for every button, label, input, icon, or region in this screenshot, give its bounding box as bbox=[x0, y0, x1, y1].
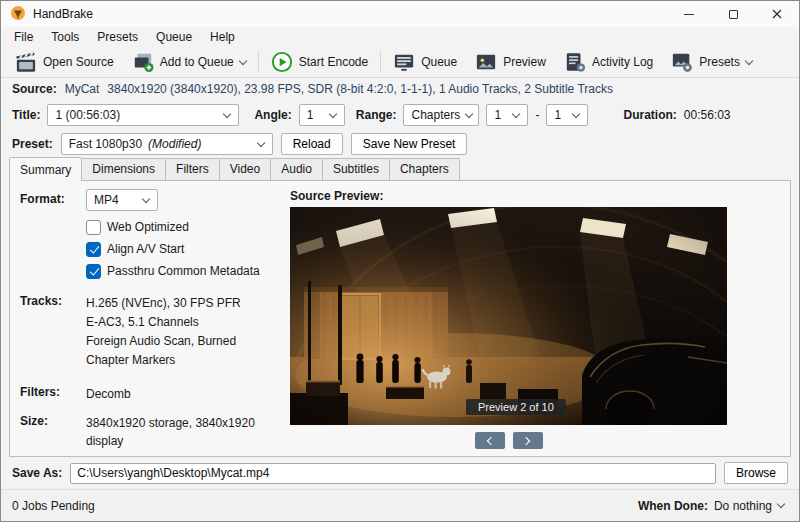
minimize-icon bbox=[684, 14, 694, 15]
tab-subtitles[interactable]: Subtitles bbox=[322, 158, 390, 180]
toolbar: Open Source Add to Queue Start Encode Qu… bbox=[1, 47, 799, 78]
preview-navigation bbox=[290, 432, 727, 449]
queue-icon bbox=[393, 52, 415, 73]
checkbox-web-optimized[interactable]: Web Optimized bbox=[86, 219, 276, 235]
preview-counter-badge: Preview 2 of 10 bbox=[466, 399, 566, 415]
close-icon bbox=[772, 9, 782, 19]
previous-preview-button[interactable] bbox=[475, 432, 505, 449]
tab-dimensions[interactable]: Dimensions bbox=[81, 158, 166, 180]
source-details: 3840x1920 (3840x1920), 23.98 FPS, SDR (8… bbox=[107, 82, 613, 96]
activity-log-icon bbox=[564, 52, 586, 73]
angle-select[interactable]: 1 bbox=[299, 104, 345, 126]
duration-value: 00:56:03 bbox=[684, 108, 731, 122]
handbrake-window: HandBrake File Tools Presets Queue Help … bbox=[0, 0, 800, 522]
queue-label: Queue bbox=[421, 55, 457, 69]
menu-queue[interactable]: Queue bbox=[147, 28, 201, 46]
passthru-metadata-label: Passthru Common Metadata bbox=[107, 264, 260, 278]
range-start-value: 1 bbox=[494, 108, 501, 122]
source-info-row: Source: MyCat 3840x1920 (3840x1920), 23.… bbox=[1, 78, 799, 100]
open-source-label: Open Source bbox=[43, 55, 114, 69]
save-as-input[interactable] bbox=[70, 463, 716, 484]
range-start-select[interactable]: 1 bbox=[486, 104, 528, 126]
presets-label: Presets bbox=[699, 55, 740, 69]
menu-presets[interactable]: Presets bbox=[88, 28, 147, 46]
start-encode-button[interactable]: Start Encode bbox=[262, 48, 377, 76]
queue-button[interactable]: Queue bbox=[384, 48, 466, 76]
preset-row: Preset: Fast 1080p30 (Modified) Reload S… bbox=[1, 130, 799, 158]
web-optimized-checkbox[interactable] bbox=[86, 220, 101, 235]
close-button[interactable] bbox=[755, 1, 799, 27]
add-to-queue-label: Add to Queue bbox=[160, 55, 234, 69]
preset-select[interactable]: Fast 1080p30 (Modified) bbox=[61, 133, 273, 155]
menu-tools[interactable]: Tools bbox=[42, 28, 88, 46]
tracks-label: Tracks: bbox=[20, 291, 86, 308]
menu-file[interactable]: File bbox=[5, 28, 42, 46]
preview-column: Source Preview: bbox=[290, 189, 780, 448]
source-label: Source: bbox=[12, 82, 57, 96]
filters-label: Filters: bbox=[20, 382, 86, 399]
range-type-select[interactable]: Chapters bbox=[403, 104, 479, 126]
browse-button[interactable]: Browse bbox=[724, 462, 788, 484]
menu-bar: File Tools Presets Queue Help bbox=[1, 27, 799, 47]
when-done-dropdown[interactable]: When Done: Do nothing bbox=[634, 496, 788, 516]
maximize-button[interactable] bbox=[711, 1, 755, 27]
presets-button[interactable]: Presets bbox=[662, 48, 761, 76]
maximize-icon bbox=[729, 10, 738, 19]
range-end-select[interactable]: 1 bbox=[546, 104, 588, 126]
add-to-queue-button[interactable]: Add to Queue bbox=[123, 48, 255, 76]
reload-button[interactable]: Reload bbox=[281, 133, 343, 155]
minimize-button[interactable] bbox=[667, 1, 711, 27]
open-source-button[interactable]: Open Source bbox=[6, 48, 123, 76]
save-as-row: Save As: Browse bbox=[1, 457, 799, 489]
chevron-down-icon bbox=[465, 109, 473, 117]
passthru-metadata-checkbox[interactable] bbox=[86, 264, 101, 279]
range-type-value: Chapters bbox=[411, 108, 460, 122]
title-select[interactable]: 1 (00:56:03) bbox=[47, 104, 239, 126]
preset-value: Fast 1080p30 bbox=[69, 137, 142, 151]
size-label: Size: bbox=[20, 411, 86, 428]
save-new-preset-button[interactable]: Save New Preset bbox=[351, 133, 468, 155]
chevron-down-icon bbox=[745, 56, 753, 64]
chevron-down-icon bbox=[256, 138, 264, 146]
checkbox-passthru-metadata[interactable]: Passthru Common Metadata bbox=[86, 263, 276, 279]
when-done-label: When Done: bbox=[638, 499, 708, 513]
chevron-down-icon bbox=[777, 500, 785, 508]
preview-label: Preview bbox=[503, 55, 546, 69]
menu-help[interactable]: Help bbox=[201, 28, 244, 46]
tab-strip: Summary Dimensions Filters Video Audio S… bbox=[1, 158, 799, 180]
title-select-value: 1 (00:56:03) bbox=[55, 108, 120, 122]
filters-value: Decomb bbox=[86, 382, 131, 403]
tab-video[interactable]: Video bbox=[219, 158, 271, 180]
preset-modified-flag: (Modified) bbox=[148, 137, 201, 151]
format-value: MP4 bbox=[94, 193, 119, 207]
tab-filters[interactable]: Filters bbox=[165, 158, 220, 180]
source-preview-image: Preview 2 of 10 bbox=[290, 207, 727, 425]
checkbox-align-av-start[interactable]: Align A/V Start bbox=[86, 241, 276, 257]
toolbar-separator bbox=[258, 51, 259, 73]
range-end-value: 1 bbox=[554, 108, 561, 122]
tab-audio[interactable]: Audio bbox=[270, 158, 323, 180]
web-optimized-label: Web Optimized bbox=[107, 220, 189, 234]
angle-label: Angle: bbox=[254, 108, 291, 122]
tab-summary[interactable]: Summary bbox=[9, 157, 82, 181]
format-options: Web Optimized Align A/V Start Passthru C… bbox=[86, 219, 276, 279]
chevron-down-icon bbox=[239, 56, 247, 64]
format-select[interactable]: MP4 bbox=[86, 189, 158, 211]
chevron-down-icon bbox=[329, 109, 337, 117]
size-value: 3840x1920 storage, 3840x1920 display bbox=[86, 411, 276, 450]
align-av-start-checkbox[interactable] bbox=[86, 242, 101, 257]
next-preview-button[interactable] bbox=[513, 432, 543, 449]
title-bar: HandBrake bbox=[1, 1, 799, 27]
duration-label: Duration: bbox=[623, 108, 676, 122]
preview-button[interactable]: Preview bbox=[466, 48, 555, 76]
window-title: HandBrake bbox=[33, 7, 93, 21]
range-separator: - bbox=[535, 108, 539, 122]
activity-log-button[interactable]: Activity Log bbox=[555, 48, 662, 76]
align-av-start-label: Align A/V Start bbox=[107, 242, 184, 256]
tab-chapters[interactable]: Chapters bbox=[389, 158, 460, 180]
tracks-list: H.265 (NVEnc), 30 FPS PFR E-AC3, 5.1 Cha… bbox=[86, 291, 241, 370]
preview-scene bbox=[290, 207, 727, 425]
source-preview-label: Source Preview: bbox=[290, 189, 780, 203]
source-name: MyCat bbox=[65, 82, 100, 96]
toolbar-separator bbox=[380, 51, 381, 73]
